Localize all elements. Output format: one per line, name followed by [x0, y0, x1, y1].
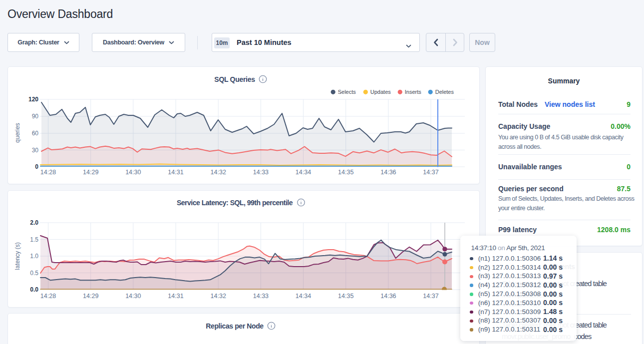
svg-text:1.5: 1.5	[30, 236, 38, 243]
svg-text:90: 90	[32, 113, 39, 120]
svg-text:14:34: 14:34	[296, 169, 311, 176]
svg-text:0.0: 0.0	[30, 286, 38, 293]
svg-text:Updates: Updates	[370, 89, 391, 95]
svg-text:14:29: 14:29	[83, 293, 98, 300]
svg-text:14:33: 14:33	[253, 293, 269, 300]
svg-text:Replicas per Node: Replicas per Node	[206, 322, 264, 330]
svg-text:14:34: 14:34	[296, 293, 311, 300]
svg-text:Deletes: Deletes	[435, 89, 454, 95]
svg-text:0.5: 0.5	[30, 270, 38, 277]
svg-text:2.0: 2.0	[30, 219, 38, 226]
svg-text:14:31: 14:31	[168, 293, 183, 300]
svg-text:14:32: 14:32	[211, 169, 226, 176]
svg-text:14:35: 14:35	[338, 293, 353, 300]
svg-text:14:32: 14:32	[211, 293, 226, 300]
svg-text:14:35: 14:35	[338, 169, 353, 176]
svg-text:queries: queries	[14, 123, 21, 142]
svg-text:60: 60	[32, 130, 39, 137]
svg-text:30: 30	[32, 147, 39, 154]
svg-text:14:37: 14:37	[423, 293, 438, 300]
svg-text:SQL Queries: SQL Queries	[214, 75, 255, 83]
svg-text:14:37: 14:37	[423, 169, 438, 176]
svg-text:14:28: 14:28	[40, 169, 56, 176]
svg-text:14:31: 14:31	[168, 169, 183, 176]
svg-text:Service Latency: SQL, 99th per: Service Latency: SQL, 99th percentile	[177, 199, 293, 207]
svg-text:14:30: 14:30	[125, 169, 141, 176]
svg-text:14:30: 14:30	[125, 293, 141, 300]
svg-text:Inserts: Inserts	[405, 89, 422, 95]
svg-text:14:28: 14:28	[40, 293, 56, 300]
svg-text:14:36: 14:36	[380, 293, 396, 300]
svg-text:latency (s): latency (s)	[14, 242, 21, 270]
svg-text:14:33: 14:33	[253, 169, 269, 176]
svg-text:0: 0	[35, 163, 38, 170]
svg-text:14:36: 14:36	[380, 169, 396, 176]
svg-text:14:29: 14:29	[83, 169, 98, 176]
svg-text:1.0: 1.0	[30, 253, 38, 260]
svg-text:120: 120	[28, 96, 38, 103]
svg-text:Selects: Selects	[338, 89, 356, 95]
